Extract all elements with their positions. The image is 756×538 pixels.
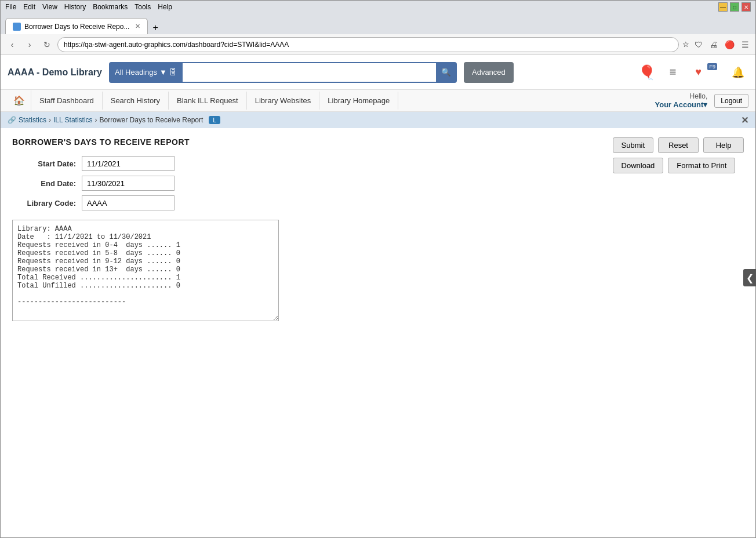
app-container: AAAA - Demo Library All Headings ▼ 🗄 🔍 A… — [1, 55, 755, 537]
menu-history[interactable]: History — [64, 3, 86, 11]
dropdown-label: All Headings — [115, 68, 157, 77]
start-date-input[interactable] — [82, 156, 175, 171]
close-panel-button[interactable]: ✕ — [741, 115, 748, 126]
search-input[interactable] — [183, 62, 436, 83]
submit-button[interactable]: Submit — [613, 137, 653, 153]
bell-icon[interactable]: 🔔 — [728, 62, 748, 83]
search-history-link[interactable]: Search History — [103, 92, 169, 110]
heart-icon[interactable]: ♥ — [688, 62, 708, 83]
tab-bar: Borrower Days to Receive Repo... ✕ + — [1, 13, 755, 34]
db-icon: 🗄 — [169, 68, 177, 77]
menu-tools[interactable]: Tools — [135, 3, 151, 11]
tab-favicon — [13, 23, 21, 31]
close-button[interactable]: ✕ — [742, 2, 751, 12]
browser-menu: File Edit View History Bookmarks Tools H… — [1, 1, 755, 13]
shield-icon[interactable]: 🛡 — [693, 38, 704, 51]
tab-close-icon[interactable]: ✕ — [135, 23, 140, 30]
start-date-label: Start Date: — [12, 159, 82, 168]
back-button[interactable]: ‹ — [5, 38, 19, 52]
app-logo: AAAA - Demo Library — [8, 67, 102, 78]
blank-ill-request-link[interactable]: Blank ILL Request — [169, 92, 247, 110]
report-textarea[interactable]: Library: AAAA Date : 11/1/2021 to 11/30/… — [12, 220, 279, 321]
advanced-button[interactable]: Advanced — [464, 62, 514, 83]
header-icons: 🎈 ≡ ♥ F9 🔔 — [637, 62, 748, 83]
collapse-panel-button[interactable]: ❮ — [743, 269, 755, 286]
forward-button[interactable]: › — [23, 38, 37, 52]
library-code-row: Library Code: — [12, 195, 744, 210]
app-header: AAAA - Demo Library All Headings ▼ 🗄 🔍 A… — [1, 55, 755, 90]
print-icon[interactable]: 🖨 — [708, 38, 719, 51]
minimize-button[interactable]: — — [718, 2, 728, 12]
active-tab[interactable]: Borrower Days to Receive Repo... ✕ — [5, 18, 148, 34]
f9-badge: F9 — [707, 63, 717, 70]
breadcrumb-statistics[interactable]: Statistics — [19, 116, 46, 124]
search-button[interactable]: 🔍 — [436, 62, 457, 83]
tab-title: Borrower Days to Receive Repo... — [24, 23, 129, 31]
dropdown-arrow-icon: ▼ — [159, 68, 167, 77]
bookmark-icon[interactable]: ☆ — [682, 40, 689, 49]
action-row-top: Submit Reset Help — [613, 137, 744, 153]
refresh-button[interactable]: ↻ — [40, 38, 54, 52]
menu-view[interactable]: View — [42, 3, 57, 11]
hello-section: Hello, Your Account▾ — [655, 92, 708, 109]
nav-bar: 🏠 Staff Dashboard Search History Blank I… — [1, 90, 755, 112]
download-button[interactable]: Download — [613, 158, 664, 173]
menu-bookmarks[interactable]: Bookmarks — [93, 3, 128, 11]
action-buttons: Submit Reset Help Download Format to Pri… — [613, 137, 744, 173]
list-view-icon[interactable]: ≡ — [662, 62, 683, 83]
new-tab-button[interactable]: + — [149, 21, 161, 34]
menu-icon[interactable]: ☰ — [740, 38, 751, 51]
breadcrumb-bar: 🔗 Statistics › ILL Statistics › Borrower… — [1, 112, 755, 128]
library-code-label: Library Code: — [12, 199, 82, 208]
action-row-bottom: Download Format to Print — [613, 158, 744, 173]
greeting-text: Hello, — [655, 92, 708, 100]
maximize-button[interactable]: □ — [730, 2, 739, 12]
breadcrumb-ill-statistics[interactable]: ILL Statistics — [53, 116, 93, 124]
end-date-label: End Date: — [12, 179, 82, 188]
reset-button[interactable]: Reset — [658, 137, 699, 153]
home-nav-button[interactable]: 🏠 — [8, 90, 31, 111]
logout-button[interactable]: Logout — [714, 94, 748, 108]
main-content: BORROWER'S DAYS TO RECEIVE REPORT Submit… — [1, 128, 755, 537]
address-input[interactable] — [57, 37, 679, 52]
library-websites-link[interactable]: Library Websites — [247, 92, 320, 110]
help-button[interactable]: Help — [703, 137, 744, 153]
staff-dashboard-link[interactable]: Staff Dashboard — [31, 92, 103, 110]
search-dropdown[interactable]: All Headings ▼ 🗄 — [109, 62, 183, 83]
hot-air-balloon-icon[interactable]: 🎈 — [637, 62, 657, 83]
extension-icon[interactable]: 🔴 — [723, 38, 736, 51]
menu-file[interactable]: File — [5, 3, 16, 11]
library-homepage-link[interactable]: Library Homepage — [319, 92, 398, 110]
address-bar-row: ‹ › ↻ ☆ 🛡 🖨 🔴 ☰ — [1, 34, 755, 55]
breadcrumb-badge: L — [209, 116, 220, 124]
breadcrumb-icon: 🔗 — [8, 116, 16, 124]
menu-help[interactable]: Help — [158, 3, 172, 11]
end-date-input[interactable] — [82, 176, 175, 191]
your-account-link[interactable]: Your Account▾ — [655, 100, 708, 109]
menu-edit[interactable]: Edit — [23, 3, 35, 11]
library-code-input[interactable] — [82, 195, 175, 210]
breadcrumb-current: Borrower Days to Receive Report — [100, 116, 203, 124]
format-to-print-button[interactable]: Format to Print — [668, 158, 735, 173]
search-box-container: All Headings ▼ 🗄 🔍 — [109, 62, 457, 83]
end-date-row: End Date: — [12, 176, 744, 191]
